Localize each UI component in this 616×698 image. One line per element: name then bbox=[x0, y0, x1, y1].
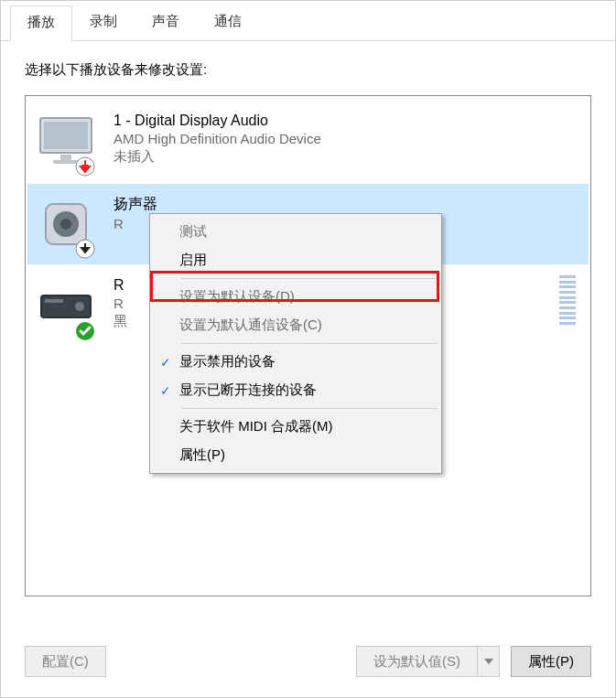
device-name: 1 - Digital Display Audio bbox=[113, 113, 321, 129]
menu-properties[interactable]: 属性(P) bbox=[152, 441, 439, 469]
menu-label: 启用 bbox=[179, 252, 432, 269]
configure-button[interactable]: 配置(C) bbox=[25, 646, 106, 677]
device-name: R bbox=[113, 277, 127, 294]
menu-separator bbox=[181, 408, 438, 409]
tab-content: 选择以下播放设备来修改设置: bbox=[1, 41, 615, 613]
menu-test[interactable]: 测试 bbox=[152, 218, 439, 246]
tab-sounds[interactable]: 声音 bbox=[135, 5, 197, 40]
down-arrow-icon bbox=[75, 156, 95, 177]
monitor-icon bbox=[33, 109, 99, 175]
menu-label: 显示已断开连接的设备 bbox=[179, 381, 432, 399]
svg-rect-2 bbox=[60, 155, 71, 160]
menu-label: 显示禁用的设备 bbox=[179, 353, 432, 370]
audio-device-icon bbox=[33, 274, 99, 339]
tab-bar: 播放 录制 声音 通信 bbox=[1, 1, 615, 41]
menu-label: 设置为默认通信设备(C) bbox=[179, 317, 432, 334]
set-default-dropdown[interactable] bbox=[478, 646, 500, 677]
menu-separator bbox=[181, 343, 438, 344]
check-icon: ✓ bbox=[152, 383, 179, 398]
context-menu: 测试 启用 设置为默认设备(D) 设置为默认通信设备(C) ✓ bbox=[149, 213, 442, 474]
speaker-icon bbox=[33, 191, 99, 257]
device-list[interactable]: 1 - Digital Display Audio AMD High Defin… bbox=[25, 95, 591, 596]
tab-communications[interactable]: 通信 bbox=[197, 5, 259, 40]
button-bar: 配置(C) 设为默认值(S) 属性(P) bbox=[25, 646, 591, 677]
device-info: R R 黑 bbox=[99, 274, 127, 330]
menu-show-disabled[interactable]: ✓ 显示禁用的设备 bbox=[152, 348, 439, 376]
chevron-down-icon bbox=[484, 659, 493, 664]
set-default-split-button: 设为默认值(S) bbox=[356, 646, 500, 677]
level-meter bbox=[559, 275, 576, 325]
menu-show-disconnected[interactable]: ✓ 显示已断开连接的设备 bbox=[152, 376, 439, 404]
device-name: 扬声器 bbox=[113, 195, 157, 214]
device-info: 1 - Digital Display Audio AMD High Defin… bbox=[99, 109, 321, 166]
menu-separator bbox=[181, 278, 438, 279]
menu-label: 测试 bbox=[179, 223, 432, 241]
checkmark-icon bbox=[75, 321, 95, 341]
device-status: 黑 bbox=[113, 313, 127, 330]
menu-about-midi[interactable]: 关于软件 MIDI 合成器(M) bbox=[152, 413, 439, 441]
device-desc: AMD High Definition Audio Device bbox=[113, 131, 321, 146]
svg-point-7 bbox=[60, 219, 71, 230]
instruction-text: 选择以下播放设备来修改设置: bbox=[25, 61, 591, 79]
menu-set-default[interactable]: 设置为默认设备(D) bbox=[152, 283, 439, 311]
svg-rect-10 bbox=[45, 299, 63, 303]
properties-button[interactable]: 属性(P) bbox=[511, 646, 591, 677]
menu-label: 属性(P) bbox=[179, 446, 432, 464]
menu-label: 设置为默认设备(D) bbox=[179, 288, 432, 306]
menu-enable[interactable]: 启用 bbox=[152, 246, 439, 274]
device-status: 未插入 bbox=[113, 148, 321, 166]
svg-rect-1 bbox=[44, 122, 88, 149]
check-icon: ✓ bbox=[152, 355, 179, 370]
device-desc: R bbox=[113, 295, 127, 311]
down-arrow-icon bbox=[75, 239, 95, 259]
menu-set-default-comm[interactable]: 设置为默认通信设备(C) bbox=[152, 311, 439, 339]
set-default-button[interactable]: 设为默认值(S) bbox=[356, 646, 478, 677]
menu-label: 关于软件 MIDI 合成器(M) bbox=[179, 418, 432, 435]
svg-point-11 bbox=[75, 302, 84, 311]
tab-recording[interactable]: 录制 bbox=[72, 5, 135, 40]
sound-settings-window: 播放 录制 声音 通信 选择以下播放设备来修改设置: bbox=[0, 0, 616, 698]
device-row[interactable]: 1 - Digital Display Audio AMD High Defin… bbox=[27, 102, 589, 182]
tab-playback[interactable]: 播放 bbox=[10, 5, 72, 41]
